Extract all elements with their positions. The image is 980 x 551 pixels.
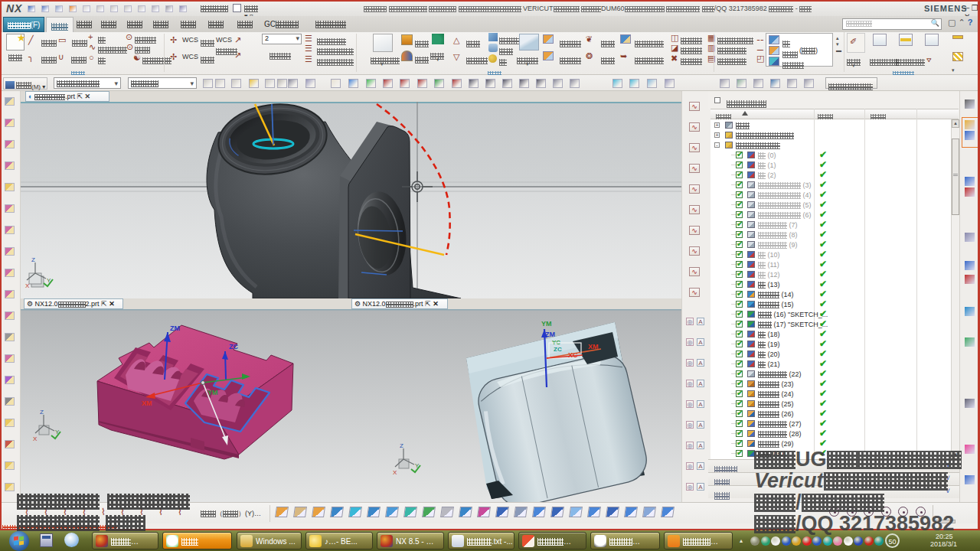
svg-text:X: X	[25, 282, 30, 289]
svg-text:YM: YM	[207, 389, 218, 396]
svg-text:Z: Z	[400, 442, 403, 449]
svg-text:X: X	[33, 435, 38, 442]
svg-text:Z: Z	[40, 409, 44, 416]
svg-text:ZC: ZC	[229, 343, 238, 350]
svg-text:XM: XM	[142, 399, 152, 407]
svg-text:Z: Z	[31, 256, 35, 263]
svg-text:X: X	[393, 469, 397, 476]
svg-text:YM: YM	[541, 320, 552, 328]
svg-text:ZC: ZC	[554, 346, 562, 353]
svg-text:ZM: ZM	[170, 324, 180, 332]
